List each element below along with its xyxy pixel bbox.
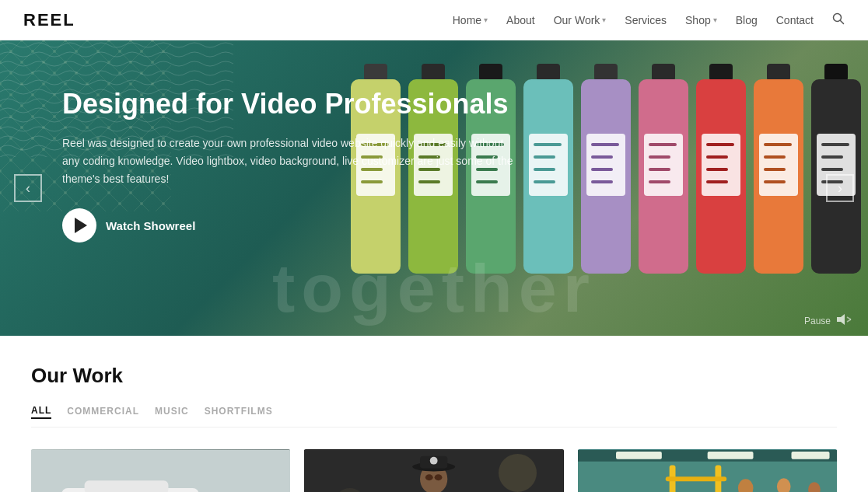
svg-rect-23 (479, 64, 502, 81)
nav: Home ▾ About Our Work ▾ Services Shop ▾ … (453, 12, 845, 28)
hero-controls: Pause (804, 313, 852, 328)
svg-rect-37 (594, 64, 618, 81)
nav-item-services[interactable]: Services (625, 14, 667, 26)
svg-rect-79 (85, 480, 169, 492)
svg-rect-30 (537, 64, 560, 81)
svg-rect-42 (591, 168, 613, 171)
search-icon[interactable] (832, 12, 845, 28)
nav-item-our-work[interactable]: Our Work ▾ (554, 14, 607, 26)
play-icon[interactable] (62, 208, 96, 243)
svg-rect-68 (821, 143, 849, 146)
svg-rect-44 (652, 64, 675, 81)
svg-line-74 (847, 319, 851, 322)
cta-label: Watch Showreel (106, 219, 195, 232)
work-grid (31, 449, 837, 492)
nav-item-contact[interactable]: Contact (776, 14, 814, 26)
hero-title: Designed for Video Professionals (62, 87, 513, 120)
hero-prev-button[interactable]: ‹ (14, 174, 42, 202)
hero-section: together Designed for Video Professional… (0, 40, 868, 336)
svg-marker-72 (837, 314, 845, 325)
hero-next-button[interactable]: › (826, 174, 854, 202)
logo[interactable]: REEL (23, 10, 75, 30)
svg-rect-57 (706, 180, 728, 183)
svg-rect-34 (534, 155, 555, 159)
chevron-down-icon: ▾ (484, 16, 488, 24)
svg-rect-69 (821, 155, 843, 159)
nav-item-home[interactable]: Home ▾ (453, 14, 488, 26)
card1-visual (31, 449, 290, 492)
svg-rect-41 (591, 155, 613, 159)
svg-rect-61 (764, 143, 792, 146)
svg-rect-49 (649, 168, 670, 171)
nav-item-blog[interactable]: Blog (736, 14, 758, 26)
svg-point-97 (435, 474, 443, 480)
svg-rect-33 (534, 143, 562, 146)
svg-rect-62 (764, 155, 786, 159)
svg-rect-43 (591, 180, 613, 183)
nav-item-about[interactable]: About (506, 14, 535, 26)
work-card-2[interactable] (304, 449, 563, 492)
work-card-1[interactable] (31, 449, 290, 492)
svg-rect-64 (764, 180, 786, 183)
main-content: Our Work ALL COMMERCIAL MUSIC SHORTFILMS (0, 336, 868, 492)
svg-rect-9 (364, 64, 387, 81)
filter-all[interactable]: ALL (31, 405, 51, 419)
chevron-down-icon: ▾ (713, 16, 717, 24)
svg-rect-16 (422, 64, 445, 81)
svg-rect-40 (591, 143, 619, 146)
svg-rect-101 (707, 452, 753, 459)
svg-rect-105 (665, 476, 726, 481)
hero-content: Designed for Video Professionals Reel wa… (62, 87, 513, 243)
svg-rect-65 (824, 64, 848, 81)
sound-icon[interactable] (837, 313, 852, 328)
hero-description: Reel was designed to create your own pro… (62, 134, 513, 188)
svg-rect-47 (649, 143, 677, 146)
svg-rect-63 (764, 168, 786, 171)
filter-music[interactable]: MUSIC (155, 406, 189, 418)
work-card-3[interactable] (578, 449, 837, 492)
svg-line-1 (841, 20, 844, 23)
svg-rect-58 (767, 64, 790, 81)
section-title: Our Work (31, 364, 837, 388)
svg-rect-35 (534, 168, 555, 171)
chevron-down-icon: ▾ (602, 16, 606, 24)
card2-visual (304, 449, 563, 492)
svg-point-95 (430, 457, 438, 465)
filter-commercial[interactable]: COMMERCIAL (67, 406, 139, 418)
hero-cta-button[interactable]: Watch Showreel (62, 208, 513, 243)
nav-item-shop[interactable]: Shop ▾ (685, 14, 717, 26)
svg-rect-55 (706, 155, 728, 159)
svg-rect-50 (649, 180, 670, 183)
card3-visual (578, 449, 837, 492)
svg-rect-56 (706, 168, 728, 171)
svg-rect-48 (649, 155, 670, 159)
svg-rect-54 (706, 143, 734, 146)
svg-rect-51 (709, 64, 733, 81)
svg-rect-100 (616, 452, 662, 459)
svg-point-96 (425, 474, 433, 480)
filter-bar: ALL COMMERCIAL MUSIC SHORTFILMS (31, 405, 837, 427)
pause-button[interactable]: Pause (804, 316, 831, 326)
svg-rect-102 (791, 452, 829, 459)
svg-point-87 (499, 454, 537, 492)
header: REEL Home ▾ About Our Work ▾ Services Sh… (0, 0, 868, 40)
svg-rect-70 (821, 168, 843, 171)
filter-shortfilms[interactable]: SHORTFILMS (205, 406, 273, 418)
svg-line-73 (847, 317, 851, 319)
svg-rect-36 (534, 180, 555, 183)
